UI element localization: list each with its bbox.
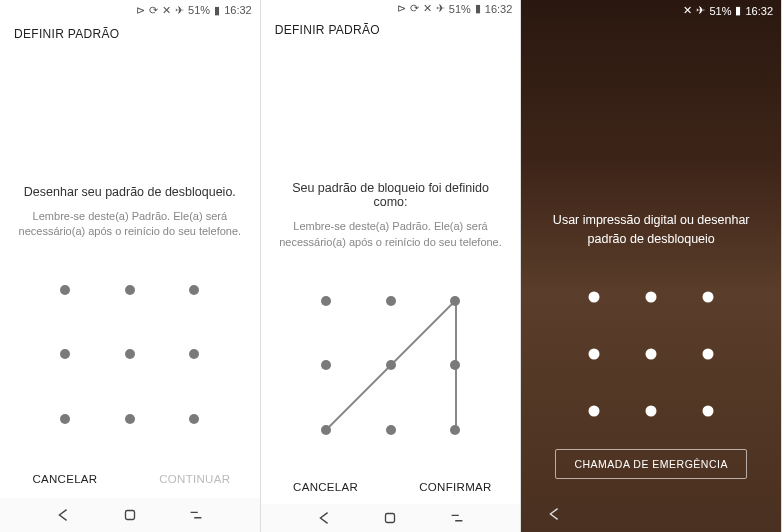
status-bar: ⊳ ⟳ ✕ ✈ 51% ▮ 16:32	[0, 0, 260, 21]
screen-define-pattern-draw: ⊳ ⟳ ✕ ✈ 51% ▮ 16:32 DEFINIR PADRÃO Desen…	[0, 0, 261, 532]
nav-bar	[521, 497, 781, 532]
pattern-dot[interactable]	[703, 348, 714, 359]
svg-rect-5	[386, 513, 395, 522]
pattern-dot[interactable]	[189, 414, 199, 424]
battery-icon: ▮	[735, 4, 741, 17]
screen-define-pattern-confirm: ⊳ ⟳ ✕ ✈ 51% ▮ 16:32 DEFINIR PADRÃO Seu p…	[261, 0, 522, 532]
airplane-icon: ✈	[696, 4, 705, 17]
recent-icon[interactable]	[448, 509, 466, 527]
pattern-input-grid[interactable]	[45, 269, 215, 439]
emergency-call-button[interactable]: CHAMADA DE EMERGÊNCIA	[555, 449, 746, 479]
content-area: Usar impressão digital ou desenhar padrã…	[521, 21, 781, 497]
battery-percent: 51%	[449, 3, 471, 15]
battery-icon: ▮	[475, 2, 481, 15]
page-title: DEFINIR PADRÃO	[261, 17, 521, 41]
reminder-text: Lembre-se deste(a) Padrão. Ele(a) será n…	[18, 209, 242, 240]
recent-icon[interactable]	[187, 506, 205, 524]
svg-rect-0	[125, 511, 134, 520]
page-title: DEFINIR PADRÃO	[0, 21, 260, 45]
mute-icon: ✕	[162, 4, 171, 17]
continue-button: CONTINUAR	[130, 460, 260, 498]
pattern-input-grid[interactable]	[576, 279, 726, 429]
battery-icon: ▮	[214, 4, 220, 17]
reminder-text: Lembre-se deste(a) Padrão. Ele(a) será n…	[279, 219, 503, 250]
battery-percent: 51%	[709, 5, 731, 17]
pattern-dot[interactable]	[60, 285, 70, 295]
back-icon[interactable]	[54, 506, 72, 524]
pattern-dot[interactable]	[703, 405, 714, 416]
outgoing-icon: ⊳	[136, 4, 145, 17]
pattern-dot	[386, 360, 396, 370]
home-icon[interactable]	[121, 506, 139, 524]
status-bar: ✕ ✈ 51% ▮ 16:32	[521, 0, 781, 21]
battery-percent: 51%	[188, 4, 210, 16]
cancel-button[interactable]: CANCELAR	[0, 460, 130, 498]
pattern-dot[interactable]	[589, 405, 600, 416]
airplane-icon: ✈	[436, 2, 445, 15]
status-time: 16:32	[485, 3, 513, 15]
pattern-dot	[450, 296, 460, 306]
pattern-dot[interactable]	[60, 349, 70, 359]
svg-line-2	[391, 300, 456, 365]
pattern-dot	[321, 425, 331, 435]
pattern-dot[interactable]	[189, 349, 199, 359]
pattern-dot[interactable]	[589, 348, 600, 359]
pattern-dot	[450, 360, 460, 370]
mute-icon: ✕	[423, 2, 432, 15]
outgoing-icon: ⊳	[397, 2, 406, 15]
pattern-dot[interactable]	[125, 414, 135, 424]
footer-buttons: CANCELAR CONTINUAR	[0, 459, 260, 498]
back-icon[interactable]	[315, 509, 333, 527]
sync-icon: ⟳	[410, 2, 419, 15]
lock-screen: ✕ ✈ 51% ▮ 16:32 Usar impressão digital o…	[521, 0, 782, 532]
pattern-dot	[386, 425, 396, 435]
nav-bar	[261, 504, 521, 532]
confirm-button[interactable]: CONFIRMAR	[391, 471, 521, 503]
airplane-icon: ✈	[175, 4, 184, 17]
pattern-dot[interactable]	[125, 349, 135, 359]
footer-buttons: CANCELAR CONFIRMAR	[261, 470, 521, 503]
pattern-dot[interactable]	[646, 348, 657, 359]
pattern-dot	[450, 425, 460, 435]
instruction-text: Desenhar seu padrão de desbloqueio.	[24, 185, 236, 199]
sync-icon: ⟳	[149, 4, 158, 17]
pattern-dot	[321, 296, 331, 306]
home-icon[interactable]	[381, 509, 399, 527]
pattern-dot[interactable]	[189, 285, 199, 295]
pattern-dot[interactable]	[125, 285, 135, 295]
back-icon[interactable]	[545, 505, 563, 523]
pattern-dot[interactable]	[646, 405, 657, 416]
svg-line-1	[326, 365, 391, 430]
status-text: Seu padrão de bloqueio foi definido como…	[279, 181, 503, 209]
content-area: Desenhar seu padrão de desbloqueio. Lemb…	[0, 45, 260, 460]
pattern-dot[interactable]	[703, 291, 714, 302]
nav-bar	[0, 498, 260, 532]
status-time: 16:32	[224, 4, 252, 16]
mute-icon: ✕	[683, 4, 692, 17]
pattern-preview-grid	[306, 280, 476, 450]
pattern-dot[interactable]	[60, 414, 70, 424]
status-time: 16:32	[745, 5, 773, 17]
pattern-dot[interactable]	[589, 291, 600, 302]
unlock-instruction: Usar impressão digital ou desenhar padrã…	[539, 211, 763, 249]
content-area: Seu padrão de bloqueio foi definido como…	[261, 41, 521, 470]
pattern-dot[interactable]	[646, 291, 657, 302]
pattern-dot	[321, 360, 331, 370]
cancel-button[interactable]: CANCELAR	[261, 471, 391, 503]
status-bar: ⊳ ⟳ ✕ ✈ 51% ▮ 16:32	[261, 0, 521, 17]
pattern-dot	[386, 296, 396, 306]
